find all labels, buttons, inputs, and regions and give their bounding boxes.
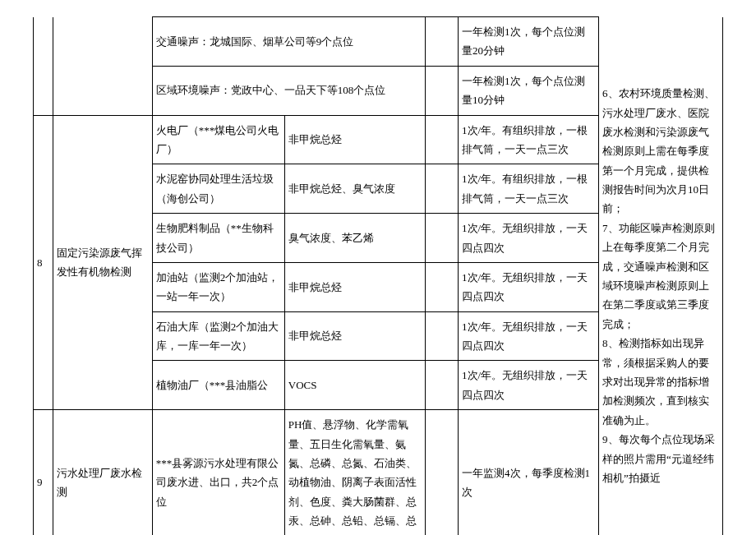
cell-source: 植物油厂（***县油脂公	[152, 361, 284, 410]
cell-freq: 1次/年。无组织排放，一天四点四次	[459, 262, 599, 311]
cell-item: PH值、悬浮物、化学需氧量、五日生化需氧量、氨氮、总磷、总氮、石油类、动植物油、…	[284, 410, 425, 535]
cell-spare	[425, 410, 458, 535]
cell-spare	[425, 115, 458, 164]
cell-source: 加油站（监测2个加油站，一站一年一次）	[152, 262, 284, 311]
cell-freq: 一年检测1次，每个点位测量20分钟	[459, 17, 599, 67]
cell-source: 石油大库（监测2个加油大库，一库一年一次）	[152, 311, 284, 361]
cell-freq: 一年监测4次，每季度检测1次	[459, 410, 599, 535]
cell-spare	[425, 17, 458, 67]
cell-item: 非甲烷总烃	[284, 115, 425, 164]
cell-source: 交通噪声：龙城国际、烟草公司等9个点位	[152, 17, 425, 67]
cell-source: 水泥窑协同处理生活垃圾（海创公司）	[152, 164, 284, 214]
cell-idx: 8	[34, 115, 53, 410]
cell-item: 非甲烷总烃、臭气浓度	[284, 164, 425, 214]
cell-spare	[425, 262, 458, 311]
cell-freq: 1次/年。有组织排放，一根排气筒，一天一点三次	[459, 115, 599, 164]
cell-item: 非甲烷总烃	[284, 311, 425, 361]
cell-category	[53, 17, 153, 116]
cell-category: 污水处理厂废水检测	[53, 410, 153, 535]
cell-item: 非甲烷总烃	[284, 262, 425, 311]
cell-freq: 1次/年。无组织排放，一天四点四次	[459, 361, 599, 410]
cell-freq: 1次/年。无组织排放，一天四点四次	[459, 214, 599, 263]
cell-spare	[425, 214, 458, 263]
cell-note: 6、农村环境质量检测、污水处理厂废水、医院废水检测和污染源废气检测原则上需在每季…	[599, 17, 723, 536]
cell-source: 火电厂（***煤电公司火电厂）	[152, 115, 284, 164]
cell-spare	[425, 361, 458, 410]
monitoring-table: 交通噪声：龙城国际、烟草公司等9个点位 一年检测1次，每个点位测量20分钟 6、…	[33, 16, 723, 535]
cell-source: ***县雾源污水处理有限公司废水进、出口，共2个点位	[152, 410, 284, 535]
cell-spare	[425, 311, 458, 361]
cell-spare	[425, 164, 458, 214]
cell-category: 固定污染源废气挥发性有机物检测	[53, 115, 153, 410]
cell-freq: 1次/年。无组织排放，一天四点四次	[459, 311, 599, 361]
cell-source: 区域环境噪声：党政中心、一品天下等108个点位	[152, 66, 425, 115]
cell-idx: 9	[34, 410, 53, 535]
cell-freq: 1次/年。有组织排放，一根排气筒，一天一点三次	[459, 164, 599, 214]
cell-idx	[34, 17, 53, 116]
table-row: 交通噪声：龙城国际、烟草公司等9个点位 一年检测1次，每个点位测量20分钟 6、…	[34, 17, 723, 67]
cell-item: 臭气浓度、苯乙烯	[284, 214, 425, 263]
cell-spare	[425, 66, 458, 115]
cell-item: VOCS	[284, 361, 425, 410]
cell-freq: 一年检测1次，每个点位测量10分钟	[459, 66, 599, 115]
cell-source: 生物肥料制品（**生物科技公司）	[152, 214, 284, 263]
